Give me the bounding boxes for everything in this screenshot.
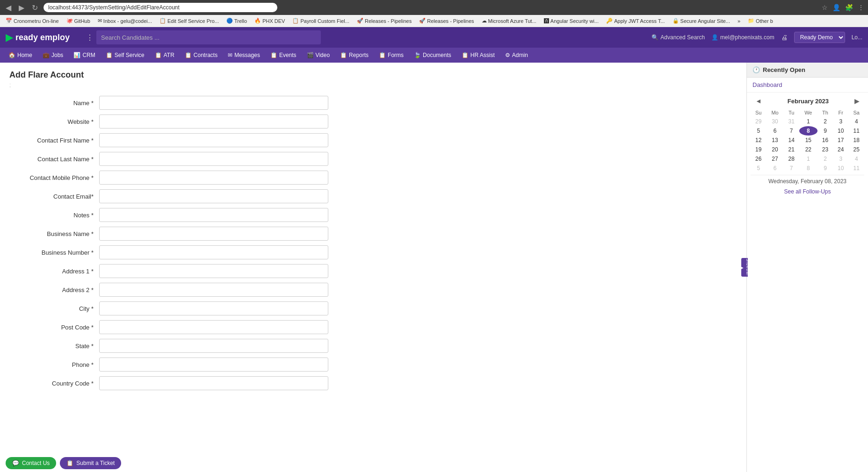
nav-self-service[interactable]: 📋 Self Service — [101, 50, 149, 60]
calendar-next-button[interactable]: ▶ — [852, 96, 862, 106]
app-logo[interactable]: ▶ ready employ — [6, 32, 80, 43]
calendar-cell-w4-d4[interactable]: 2 — [817, 154, 833, 164]
calendar-cell-w1-d3[interactable]: 8 — [799, 126, 817, 136]
bookmark-item-9[interactable]: ☁Microsoft Azure Tut... — [479, 17, 539, 25]
bookmark-item-4[interactable]: 🔵Trello — [224, 17, 250, 25]
bookmark-item-8[interactable]: 🚀Releases - Pipelines — [416, 17, 477, 25]
back-button[interactable]: ◀ — [4, 2, 13, 13]
calendar-cell-w3-d1[interactable]: 20 — [767, 145, 784, 154]
calendar-cell-w5-d5[interactable]: 10 — [833, 164, 848, 173]
see-all-followups-link[interactable]: See all Follow-Ups — [784, 188, 831, 195]
input-city[interactable] — [99, 301, 328, 315]
bookmark-item-12[interactable]: 🔒Secure Angular Site... — [670, 17, 733, 25]
calendar-cell-w3-d6[interactable]: 25 — [848, 145, 864, 154]
nav-documents[interactable]: 🍃 Documents — [409, 50, 456, 60]
dashboard-link[interactable]: Dashboard — [752, 81, 782, 88]
input-name[interactable] — [99, 96, 328, 110]
nav-home[interactable]: 🏠 Home — [4, 50, 37, 60]
calendar-cell-w2-d3[interactable]: 15 — [799, 136, 817, 145]
input-contact_last_name[interactable] — [99, 152, 328, 166]
bookmark-item-2[interactable]: ✉Inbox - gelu@codei... — [95, 17, 155, 25]
calendar-cell-w5-d0[interactable]: 5 — [751, 164, 767, 173]
input-contact_mobile_phone[interactable] — [99, 171, 328, 185]
calendar-cell-w5-d1[interactable]: 6 — [767, 164, 784, 173]
calendar-cell-w3-d3[interactable]: 22 — [799, 145, 817, 154]
bookmark-item-14[interactable]: 📁Other b — [745, 17, 776, 25]
calendar-cell-w1-d6[interactable]: 11 — [848, 126, 864, 136]
calendar-cell-w0-d1[interactable]: 30 — [767, 117, 784, 126]
calendar-cell-w3-d2[interactable]: 21 — [784, 145, 799, 154]
calendar-cell-w5-d3[interactable]: 8 — [799, 164, 817, 173]
calendar-cell-w0-d4[interactable]: 2 — [817, 117, 833, 126]
bookmark-item-13[interactable]: » — [735, 17, 743, 25]
bookmark-item-3[interactable]: 📋Edit Self Service Pro... — [157, 17, 222, 25]
calendar-cell-w4-d3[interactable]: 1 — [799, 154, 817, 164]
input-contact_email[interactable] — [99, 189, 328, 203]
header-dots-icon[interactable]: ⋮ — [86, 33, 94, 42]
input-country_code[interactable] — [99, 376, 328, 390]
calendar-cell-w2-d4[interactable]: 16 — [817, 136, 833, 145]
calendar-prev-button[interactable]: ◄ — [752, 96, 765, 106]
bookmark-item-1[interactable]: 🐙GitHub — [64, 17, 93, 25]
bookmark-item-10[interactable]: 🅰Angular Security wi... — [541, 17, 601, 25]
input-post_code[interactable] — [99, 320, 328, 334]
calendar-cell-w0-d6[interactable]: 4 — [848, 117, 864, 126]
contact-us-button[interactable]: 💬 Contact Us — [6, 457, 56, 469]
input-state[interactable] — [99, 339, 328, 353]
calendar-cell-w2-d2[interactable]: 14 — [784, 136, 799, 145]
input-address1[interactable] — [99, 264, 328, 278]
nav-forms[interactable]: 📋 Forms — [374, 50, 408, 60]
calendar-cell-w4-d5[interactable]: 3 — [833, 154, 848, 164]
nav-jobs[interactable]: 💼 Jobs — [38, 50, 68, 60]
nav-events[interactable]: 📋 Events — [266, 50, 301, 60]
input-website[interactable] — [99, 114, 328, 129]
calendar-cell-w5-d4[interactable]: 9 — [817, 164, 833, 173]
menu-icon[interactable]: ⋮ — [858, 4, 864, 11]
search-input[interactable] — [96, 30, 321, 44]
input-contact_first_name[interactable] — [99, 133, 328, 147]
url-bar[interactable]: localhost:44373/SystemSetting/AddEditFla… — [43, 3, 277, 12]
nav-admin[interactable]: ⚙ Admin — [500, 50, 533, 60]
nav-reports[interactable]: 📋 Reports — [335, 50, 373, 60]
nav-hr-assist[interactable]: 📋 HR Assist — [457, 50, 499, 60]
bookmark-item-11[interactable]: 🔑Apply JWT Access T... — [603, 17, 667, 25]
bookmark-item-6[interactable]: 📋Payroll Custom Fiel... — [289, 17, 352, 25]
calendar-cell-w4-d2[interactable]: 28 — [784, 154, 799, 164]
nav-messages[interactable]: ✉ Messages — [223, 50, 265, 60]
calendar-cell-w1-d0[interactable]: 5 — [751, 126, 767, 136]
calendar-cell-w3-d0[interactable]: 19 — [751, 145, 767, 154]
calendar-cell-w4-d6[interactable]: 4 — [848, 154, 864, 164]
calendar-cell-w2-d0[interactable]: 12 — [751, 136, 767, 145]
calendar-cell-w2-d1[interactable]: 13 — [767, 136, 784, 145]
calendar-cell-w0-d2[interactable]: 31 — [784, 117, 799, 126]
profile-icon[interactable]: 👤 — [832, 4, 840, 11]
printer-icon[interactable]: 🖨 — [781, 34, 788, 41]
input-address2[interactable] — [99, 283, 328, 297]
calendar-cell-w1-d2[interactable]: 7 — [784, 126, 799, 136]
login-button[interactable]: Lo... — [852, 34, 862, 41]
submit-ticket-button[interactable]: 📋 Submit a Ticket — [60, 457, 121, 469]
input-phone[interactable] — [99, 358, 328, 372]
calendar-cell-w0-d0[interactable]: 29 — [751, 117, 767, 126]
calendar-cell-w3-d5[interactable]: 24 — [833, 145, 848, 154]
calendar-cell-w5-d2[interactable]: 7 — [784, 164, 799, 173]
advanced-search-button[interactable]: 🔍 Advanced Search — [651, 34, 705, 41]
calendar-cell-w4-d1[interactable]: 27 — [767, 154, 784, 164]
user-menu[interactable]: 👤 mel@phoenixats.com — [711, 34, 774, 41]
input-notes[interactable] — [99, 208, 328, 222]
bookmark-item-5[interactable]: 🔥PHX DEV — [252, 17, 288, 25]
calendar-cell-w4-d0[interactable]: 26 — [751, 154, 767, 164]
bookmark-item-0[interactable]: 📅Cronometru On-line — [3, 17, 62, 25]
calendar-cell-w1-d5[interactable]: 10 — [833, 126, 848, 136]
nav-atr[interactable]: 📋 ATR — [150, 50, 179, 60]
calendar-cell-w5-d6[interactable]: 11 — [848, 164, 864, 173]
input-business_name[interactable] — [99, 227, 328, 241]
calendar-cell-w0-d5[interactable]: 3 — [833, 117, 848, 126]
forward-button[interactable]: ▶ — [17, 2, 26, 13]
calendar-cell-w1-d1[interactable]: 6 — [767, 126, 784, 136]
sidebar-toggle[interactable]: Sidebar ▶ — [741, 258, 748, 277]
calendar-cell-w2-d5[interactable]: 17 — [833, 136, 848, 145]
demo-select[interactable]: Ready Demo — [794, 32, 845, 43]
bookmark-icon[interactable]: ☆ — [822, 4, 828, 11]
calendar-cell-w3-d4[interactable]: 23 — [817, 145, 833, 154]
